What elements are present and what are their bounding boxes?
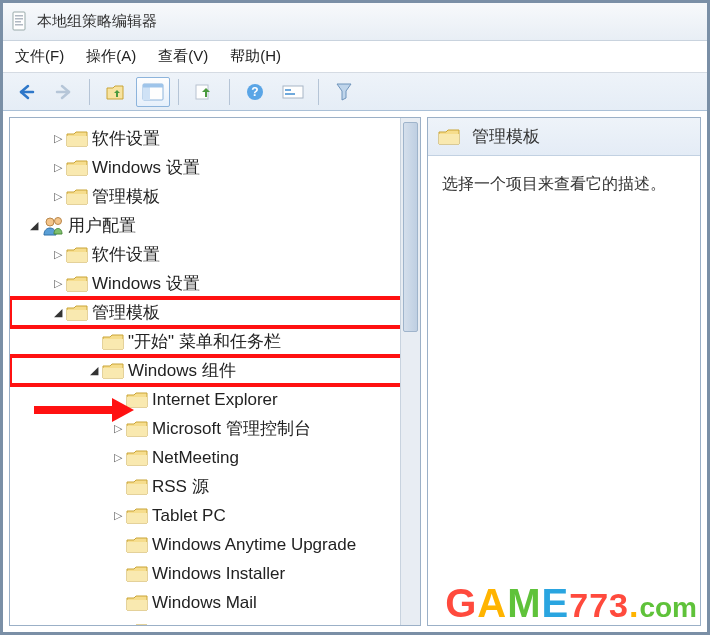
svg-rect-3: [15, 21, 21, 23]
menu-file[interactable]: 文件(F): [15, 47, 64, 66]
tree-item[interactable]: ▷软件设置: [10, 240, 420, 269]
tree-item-label: Microsoft 管理控制台: [152, 417, 311, 440]
svg-text:?: ?: [251, 85, 258, 99]
tree-item-label: 软件设置: [92, 127, 160, 150]
tree-item[interactable]: Windows Anytime Upgrade: [10, 530, 420, 559]
expand-icon[interactable]: ▷: [50, 161, 66, 174]
folder-icon: [126, 507, 148, 525]
tree-item-label: 管理模板: [92, 185, 160, 208]
svg-rect-2: [15, 18, 23, 20]
tree-item-label: Windows Mail: [152, 593, 257, 613]
collapse-icon[interactable]: ◢: [50, 306, 66, 319]
tree-item[interactable]: RSS 源: [10, 472, 420, 501]
folder-icon: [102, 362, 124, 380]
export-button[interactable]: [187, 77, 221, 107]
tree-item[interactable]: ▷Windows 设置: [10, 269, 420, 298]
svg-point-14: [46, 218, 54, 226]
folder-icon: [126, 420, 148, 438]
tree-item[interactable]: Internet Explorer: [10, 385, 420, 414]
tree-item-label: Internet Explorer: [152, 390, 278, 410]
collapse-icon[interactable]: ◢: [26, 219, 42, 232]
tree-item[interactable]: Windows Media Center: [10, 617, 420, 625]
toolbar: ?: [3, 73, 707, 111]
menu-help[interactable]: 帮助(H): [230, 47, 281, 66]
users-icon: [42, 217, 64, 235]
folder-icon: [66, 304, 88, 322]
toolbar-separator: [318, 79, 319, 105]
svg-rect-4: [15, 24, 23, 26]
tree-item-label: Windows Media Center: [152, 622, 328, 626]
folder-icon: [66, 188, 88, 206]
tree-item-label: Tablet PC: [152, 506, 226, 526]
up-button[interactable]: [98, 77, 132, 107]
folder-icon: [126, 565, 148, 583]
toolbar-separator: [89, 79, 90, 105]
svg-rect-11: [283, 86, 303, 98]
app-icon: [11, 11, 29, 33]
tree-scrollbar[interactable]: [400, 118, 420, 625]
tree-item-label: Windows Anytime Upgrade: [152, 535, 356, 555]
expand-icon[interactable]: ▷: [110, 451, 126, 464]
help-button[interactable]: ?: [238, 77, 272, 107]
expand-icon[interactable]: ▷: [50, 190, 66, 203]
tree-item-label: "开始" 菜单和任务栏: [128, 330, 281, 353]
tree-item[interactable]: ▷Microsoft 管理控制台: [10, 414, 420, 443]
folder-icon: [126, 449, 148, 467]
toolbar-separator: [178, 79, 179, 105]
expand-icon[interactable]: ▷: [110, 509, 126, 522]
tree-item[interactable]: "开始" 菜单和任务栏: [10, 327, 420, 356]
tree-view[interactable]: ▷软件设置▷Windows 设置▷管理模板◢用户配置▷软件设置▷Windows …: [10, 118, 420, 625]
tree-item[interactable]: ▷Windows 设置: [10, 153, 420, 182]
menu-action[interactable]: 操作(A): [86, 47, 136, 66]
tree-item[interactable]: ◢管理模板: [10, 298, 420, 327]
toolbar-separator: [229, 79, 230, 105]
tree-item-label: 软件设置: [92, 243, 160, 266]
expand-icon[interactable]: ▷: [110, 422, 126, 435]
tree-item-label: Windows 设置: [92, 272, 200, 295]
menubar: 文件(F) 操作(A) 查看(V) 帮助(H): [3, 41, 707, 73]
titlebar: 本地组策略编辑器: [3, 3, 707, 41]
tree-pane: ▷软件设置▷Windows 设置▷管理模板◢用户配置▷软件设置▷Windows …: [9, 117, 421, 626]
tree-item[interactable]: ▷Tablet PC: [10, 501, 420, 530]
properties-button[interactable]: [276, 77, 310, 107]
folder-icon: [66, 246, 88, 264]
detail-pane: 管理模板 选择一个项目来查看它的描述。: [427, 117, 701, 626]
tree-item[interactable]: ▷NetMeeting: [10, 443, 420, 472]
tree-item-label: 用户配置: [68, 214, 136, 237]
tree-item-label: Windows 设置: [92, 156, 200, 179]
tree-item[interactable]: ◢用户配置: [10, 211, 420, 240]
folder-icon: [102, 333, 124, 351]
svg-rect-7: [143, 84, 163, 88]
detail-body: 选择一个项目来查看它的描述。: [428, 156, 700, 213]
tree-item-label: NetMeeting: [152, 448, 239, 468]
folder-icon: [66, 130, 88, 148]
scrollbar-thumb[interactable]: [403, 122, 418, 332]
svg-point-15: [55, 217, 62, 224]
folder-icon: [66, 275, 88, 293]
window-title: 本地组策略编辑器: [37, 12, 157, 31]
forward-button[interactable]: [47, 77, 81, 107]
expand-icon[interactable]: ▷: [50, 277, 66, 290]
menu-view[interactable]: 查看(V): [158, 47, 208, 66]
detail-header: 管理模板: [428, 118, 700, 156]
show-tree-button[interactable]: [136, 77, 170, 107]
tree-item[interactable]: Windows Installer: [10, 559, 420, 588]
folder-icon: [126, 391, 148, 409]
collapse-icon[interactable]: ◢: [86, 364, 102, 377]
tree-item-label: 管理模板: [92, 301, 160, 324]
tree-item[interactable]: ◢Windows 组件: [10, 356, 420, 385]
folder-icon: [126, 623, 148, 626]
tree-item[interactable]: ▷软件设置: [10, 124, 420, 153]
folder-icon: [66, 159, 88, 177]
folder-icon: [126, 478, 148, 496]
expand-icon[interactable]: ▷: [50, 248, 66, 261]
tree-item[interactable]: Windows Mail: [10, 588, 420, 617]
tree-item-label: Windows Installer: [152, 564, 285, 584]
folder-icon: [438, 128, 460, 146]
tree-item-label: Windows 组件: [128, 359, 236, 382]
main-area: ▷软件设置▷Windows 设置▷管理模板◢用户配置▷软件设置▷Windows …: [3, 111, 707, 632]
tree-item[interactable]: ▷管理模板: [10, 182, 420, 211]
filter-button[interactable]: [327, 77, 361, 107]
expand-icon[interactable]: ▷: [50, 132, 66, 145]
back-button[interactable]: [9, 77, 43, 107]
